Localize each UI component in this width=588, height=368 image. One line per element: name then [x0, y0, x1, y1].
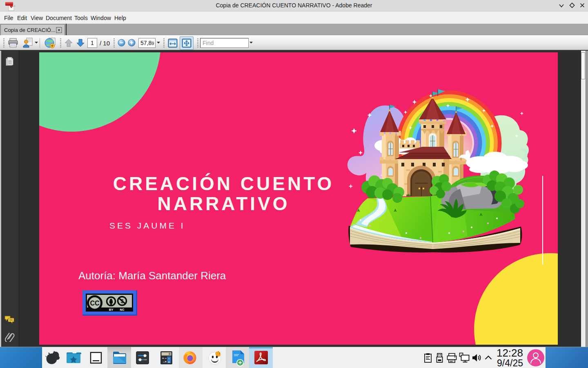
svg-text:BY: BY [109, 308, 113, 312]
svg-text:?: ? [219, 352, 220, 355]
svg-text:=: = [168, 360, 170, 364]
svg-text:CC: CC [90, 300, 100, 307]
svg-text:NC: NC [120, 308, 125, 312]
svg-text:×: × [165, 360, 167, 364]
svg-text:0: 0 [169, 353, 171, 356]
